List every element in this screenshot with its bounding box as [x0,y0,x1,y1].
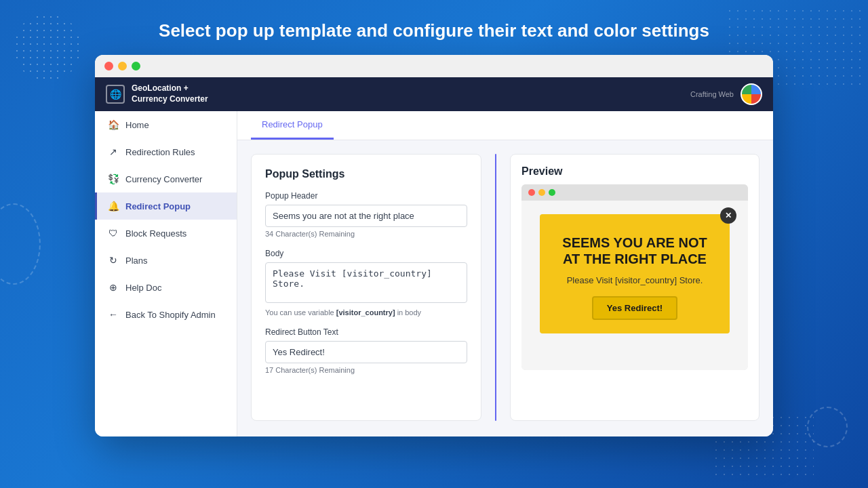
tab-redirect-popup[interactable]: Redirect Popup [251,111,334,140]
redirect-button-field-group: Redirect Button Text 17 Character(s) Rem… [265,327,467,374]
popup-header-label: Popup Header [265,191,467,201]
redirect-button-char-count: 17 Character(s) Remaining [265,366,467,374]
bg-decoration-circle-left [0,203,41,285]
app-logo-icon: 🌐 [106,85,125,104]
preview-panel: Preview ✕ SEEMS YOU ARE NOT AT THE RIGHT… [510,154,760,421]
popup-header-input[interactable] [265,205,467,227]
preview-browser-window: ✕ SEEMS YOU ARE NOT AT THE RIGHT PLACE P… [521,184,748,370]
browser-maximize-btn[interactable] [132,62,140,70]
app-header-right: Crafting Web [690,83,762,105]
plans-icon: ↻ [108,255,119,266]
preview-title: Preview [521,165,748,178]
body-field-group: Body Please Visit [visitor_country] Stor… [265,249,467,317]
redirect-button-label: Redirect Button Text [265,327,467,337]
bell-icon: 🔔 [108,201,119,211]
sidebar-label-redirect-popup: Redirect Popup [125,201,191,211]
sidebar: 🏠 Home ↗ Redirection Rules 💱 Currency Co… [95,111,237,436]
body-hint: You can use variable [visitor_country] i… [265,308,467,317]
body-hint-variable: [visitor_country] [336,308,395,317]
sidebar-label-currency-converter: Currency Converter [125,174,202,184]
home-icon: 🏠 [108,119,119,130]
popup-close-button[interactable]: ✕ [720,207,736,224]
avatar [741,83,762,105]
bg-decoration-circle-right [807,407,848,447]
app-name: GeoLocation + Currency Converter [132,83,208,104]
preview-close-btn [528,189,535,196]
sidebar-item-redirect-popup[interactable]: 🔔 Redirect Popup [95,192,237,220]
body-hint-suffix: in body [395,308,422,317]
redirect-button-input[interactable] [265,341,467,363]
preview-content: ✕ SEEMS YOU ARE NOT AT THE RIGHT PLACE P… [521,201,748,370]
preview-maximize-btn [549,189,555,196]
browser-window: 🌐 GeoLocation + Currency Converter Craft… [95,55,773,436]
popup-redirect-button[interactable]: Yes Redirect! [592,296,677,320]
preview-minimize-btn [538,189,545,196]
body-label: Body [265,249,467,258]
sidebar-label-help-doc: Help Doc [125,283,161,293]
browser-minimize-btn[interactable] [118,62,127,70]
app-header: 🌐 GeoLocation + Currency Converter Craft… [95,77,773,111]
settings-panel: Popup Settings Popup Header 34 Character… [251,154,481,421]
sidebar-label-back-shopify: Back To Shopify Admin [125,310,216,320]
popup-header-field-group: Popup Header 34 Character(s) Remaining [265,191,467,238]
tabs-bar: Redirect Popup [237,111,773,140]
page-title: Select pop up template and configure the… [0,0,868,55]
sidebar-item-block-requests[interactable]: 🛡 Block Requests [95,220,237,247]
settings-title: Popup Settings [265,168,467,180]
sidebar-label-redirection-rules: Redirection Rules [125,147,195,157]
sidebar-item-back-shopify[interactable]: ← Back To Shopify Admin [95,301,237,328]
app-header-left: 🌐 GeoLocation + Currency Converter [106,83,208,104]
body-textarea[interactable]: Please Visit [visitor_country] Store. [265,262,467,303]
user-text: Crafting Web [690,90,734,98]
vertical-divider [495,154,496,421]
popup-card: ✕ SEEMS YOU ARE NOT AT THE RIGHT PLACE P… [540,214,730,333]
redirect-icon: ↗ [108,146,119,157]
browser-titlebar [95,55,773,77]
sidebar-item-redirection-rules[interactable]: ↗ Redirection Rules [95,138,237,165]
currency-icon: 💱 [108,174,119,184]
shield-icon: 🛡 [108,228,119,239]
browser-close-btn[interactable] [104,62,113,70]
tab-label: Redirect Popup [262,119,323,129]
app-body: 🏠 Home ↗ Redirection Rules 💱 Currency Co… [95,111,773,436]
sidebar-item-plans[interactable]: ↻ Plans [95,247,237,274]
sidebar-label-home: Home [125,120,149,130]
help-icon: ⊕ [108,282,119,293]
back-icon: ← [108,309,119,320]
sidebar-label-plans: Plans [125,256,148,266]
preview-titlebar [521,184,748,201]
sidebar-label-block-requests: Block Requests [125,228,186,239]
sidebar-item-currency-converter[interactable]: 💱 Currency Converter [95,165,237,192]
sidebar-item-help-doc[interactable]: ⊕ Help Doc [95,274,237,301]
popup-header-char-count: 34 Character(s) Remaining [265,230,467,238]
body-hint-prefix: You can use variable [265,308,336,317]
sidebar-item-home[interactable]: 🏠 Home [95,111,237,138]
content-area: Redirect Popup Popup Settings Popup Head… [237,111,773,436]
popup-header-display: SEEMS YOU ARE NOT AT THE RIGHT PLACE [553,235,716,267]
popup-body-display: Please Visit [visitor_country] Store. [553,275,716,285]
content-main: Popup Settings Popup Header 34 Character… [237,140,773,434]
